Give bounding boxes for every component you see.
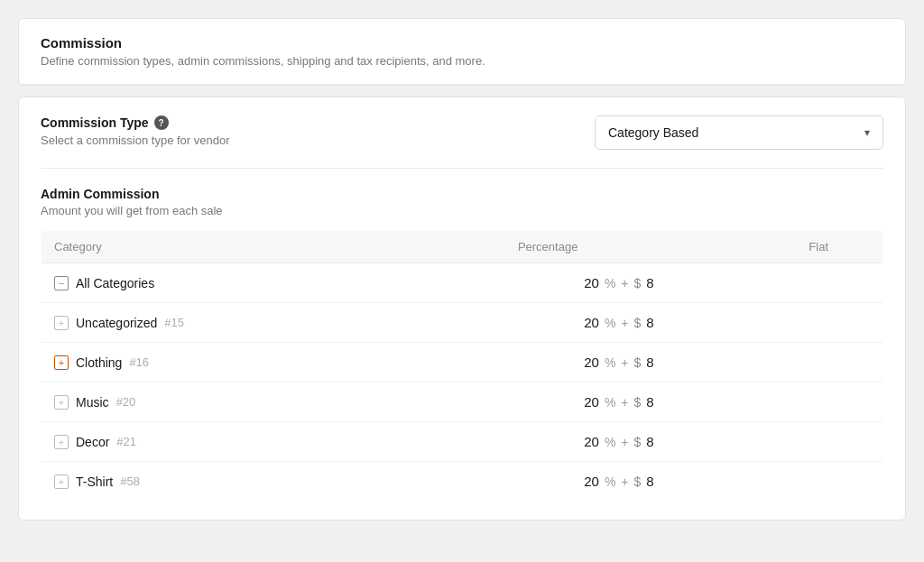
category-id: #58 [120,474,140,488]
percentage-ops-cell: 20%+$8 [430,382,667,422]
category-name: Uncategorized [76,316,157,330]
flat-cell [667,303,883,343]
percentage-ops-cell: 20%+$8 [430,462,667,502]
commission-type-row: Commission Type ? Select a commission ty… [41,115,883,169]
category-name: Clothing [76,355,122,370]
admin-commission-section: Admin Commission Amount you will get fro… [41,187,883,502]
commission-type-label-group: Commission Type ? Select a commission ty… [41,115,230,147]
col-header-flat: Flat [667,231,883,263]
percentage-ops-cell: 20%+$8 [430,263,667,303]
category-cell: +Uncategorized #15 [42,303,430,343]
plus-symbol: + [621,316,628,330]
percentage-ops-cell: 20%+$8 [430,343,667,382]
category-name: All Categories [76,276,154,290]
chevron-down-icon: ▾ [864,126,870,139]
category-name: Decor [76,435,109,449]
percent-symbol: % [605,355,615,370]
plus-symbol: + [621,395,628,410]
percentage-ops-cell: 20%+$8 [430,303,667,343]
percentage-value: 20 [584,394,599,410]
category-cell: +T-Shirt #58 [42,462,430,502]
percentage-value: 20 [584,275,599,290]
table-row: +Decor #2120%+$8 [42,422,883,462]
category-expand-icon[interactable]: − [54,276,69,290]
commission-description: Define commission types, admin commissio… [41,54,883,68]
category-expand-icon[interactable]: + [54,316,69,330]
flat-value: 8 [646,355,653,370]
commission-type-dropdown[interactable]: Category Based ▾ [595,115,883,150]
percentage-ops-cell: 20%+$8 [430,422,667,462]
percent-symbol: % [605,474,615,489]
flat-cell [667,382,883,422]
commission-main-card: Commission Type ? Select a commission ty… [18,97,906,521]
category-expand-icon[interactable]: + [54,395,69,410]
commission-table: Category Percentage Flat −All Categories… [41,230,883,502]
table-body: −All Categories20%+$8+Uncategorized #152… [42,263,883,502]
category-expand-icon[interactable]: + [54,355,69,370]
category-cell: +Decor #21 [42,422,430,462]
table-row: +Music #2020%+$8 [42,382,883,422]
percent-symbol: % [605,276,615,290]
percentage-value: 20 [584,315,599,330]
percent-symbol: % [605,435,615,449]
col-header-category: Category [42,231,430,263]
plus-symbol: + [621,355,628,370]
percentage-value: 20 [584,434,599,449]
commission-header-card: Commission Define commission types, admi… [18,18,906,86]
table-header-row: Category Percentage Flat [42,231,883,263]
commission-type-label-row: Commission Type ? [41,115,230,130]
commission-header: Commission Define commission types, admi… [19,19,905,85]
category-cell: +Clothing #16 [42,343,430,382]
category-id: #16 [129,355,149,369]
admin-commission-title: Admin Commission [41,187,883,201]
help-icon[interactable]: ? [154,115,169,130]
dollar-symbol: $ [634,395,642,410]
flat-cell [667,462,883,502]
flat-value: 8 [646,474,653,489]
flat-value: 8 [646,315,653,330]
category-expand-icon[interactable]: + [54,474,69,489]
commission-body: Commission Type ? Select a commission ty… [19,97,905,520]
flat-value: 8 [646,434,653,449]
category-name: T-Shirt [76,474,113,489]
category-name: Music [76,395,109,410]
plus-symbol: + [621,474,628,489]
category-cell: +Music #20 [42,382,430,422]
table-row: +T-Shirt #5820%+$8 [42,462,883,502]
category-cell: −All Categories [42,263,430,303]
table-row: +Uncategorized #1520%+$8 [42,303,883,343]
page-wrapper: Commission Define commission types, admi… [18,18,906,531]
table-head: Category Percentage Flat [42,231,883,263]
dropdown-selected-value: Category Based [608,125,698,140]
plus-symbol: + [621,276,628,290]
category-expand-icon[interactable]: + [54,435,69,449]
flat-value: 8 [646,394,653,410]
table-row: −All Categories20%+$8 [42,263,883,303]
percentage-value: 20 [584,474,599,489]
category-id: #21 [116,435,136,448]
category-id: #15 [164,316,184,329]
flat-cell [667,422,883,462]
table-row: +Clothing #1620%+$8 [42,343,883,382]
flat-cell [667,263,883,303]
admin-commission-description: Amount you will get from each sale [41,204,883,217]
flat-cell [667,343,883,382]
percent-symbol: % [605,316,615,330]
dollar-symbol: $ [634,276,642,290]
percentage-value: 20 [584,355,599,370]
dollar-symbol: $ [634,316,642,330]
dollar-symbol: $ [634,355,642,370]
plus-symbol: + [621,435,628,449]
percent-symbol: % [605,395,615,410]
commission-title: Commission [41,35,883,51]
commission-type-label: Commission Type [41,115,149,130]
commission-type-sublabel: Select a commission type for vendor [41,134,230,147]
dollar-symbol: $ [634,435,642,449]
dollar-symbol: $ [634,474,642,489]
flat-value: 8 [646,275,653,290]
category-id: #20 [116,395,136,409]
col-header-percentage: Percentage [430,231,667,263]
